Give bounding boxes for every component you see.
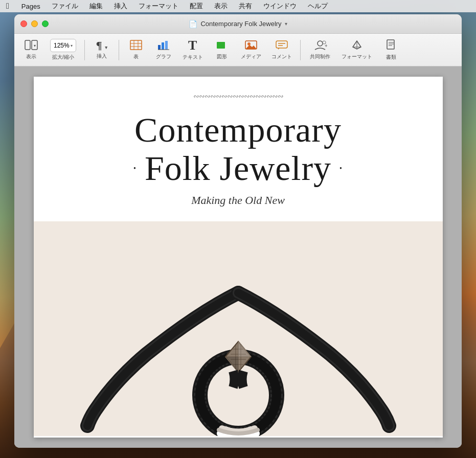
media-label: メディア	[241, 53, 261, 60]
svg-rect-16	[276, 41, 287, 48]
title-line1: Contemporary	[133, 111, 343, 149]
zoom-chevron-icon: ▾	[71, 43, 73, 48]
separator-3	[300, 40, 301, 60]
text-button[interactable]: T テキスト	[178, 37, 207, 63]
comment-button[interactable]: コメント	[267, 38, 296, 62]
svg-rect-8	[158, 45, 161, 50]
menu-bar:  Pages ファイル 編集 挿入 フォーマット 配置 表示 共有 ウインドウ…	[0, 0, 476, 12]
minimize-button[interactable]	[31, 20, 38, 27]
svg-rect-12	[217, 42, 225, 49]
zoom-value: 125%	[54, 42, 70, 49]
table-icon	[130, 40, 142, 52]
svg-rect-10	[165, 41, 168, 50]
view-icon: ▾	[25, 40, 38, 52]
doctype-icon	[386, 39, 397, 52]
menu-insert[interactable]: 挿入	[113, 2, 128, 11]
zoom-dropdown[interactable]: 125% ▾	[50, 39, 76, 52]
title-left-bullet: •	[133, 165, 137, 172]
maximize-button[interactable]	[42, 20, 49, 27]
document-content: ∾∾∾∾∾∾∾∾∾∾∾∾∾∾∾∾ Contemporary • Folk Jew…	[34, 77, 443, 221]
shape-icon	[216, 40, 228, 52]
svg-point-14	[247, 42, 251, 45]
paragraph-button[interactable]: ¶ ▾ 挿入	[89, 38, 115, 62]
zoom-button[interactable]: 125% ▾ 拡大/縮小	[46, 37, 80, 63]
separator-2	[119, 40, 119, 60]
menu-window[interactable]: ウインドウ	[262, 2, 298, 11]
media-icon	[245, 40, 257, 52]
text-icon: T	[188, 39, 197, 52]
title-bar: 📄 Contemporary Folk Jewelry ▾	[14, 14, 462, 34]
pages-window: 📄 Contemporary Folk Jewelry ▾ ▾ 表示 125% …	[14, 14, 462, 448]
svg-marker-19	[278, 48, 280, 50]
apple-menu[interactable]: 	[6, 2, 9, 11]
comment-label: コメント	[271, 53, 292, 60]
paragraph-icon: ¶ ▾	[96, 40, 107, 51]
window-title-area: 📄 Contemporary Folk Jewelry ▾	[189, 20, 287, 28]
svg-marker-15	[245, 45, 257, 49]
collab-icon: +	[313, 40, 327, 52]
chart-button[interactable]: グラフ	[151, 38, 176, 62]
table-button[interactable]: 表	[123, 38, 149, 62]
window-title: Contemporary Folk Jewelry	[200, 20, 281, 28]
menu-pages[interactable]: Pages	[20, 3, 41, 10]
chart-label: グラフ	[156, 53, 171, 60]
chart-icon	[157, 40, 170, 52]
svg-rect-9	[162, 42, 164, 50]
shape-label: 図形	[217, 53, 227, 60]
title-chevron-icon[interactable]: ▾	[285, 21, 287, 27]
format-icon	[351, 40, 363, 52]
close-button[interactable]	[20, 20, 27, 27]
menu-share[interactable]: 共有	[238, 2, 253, 11]
menu-format[interactable]: フォーマット	[138, 2, 179, 11]
doctype-label: 書類	[386, 54, 396, 61]
paragraph-label: 挿入	[97, 53, 107, 60]
window-controls	[20, 20, 49, 27]
table-label: 表	[133, 53, 139, 60]
document-subtitle: Making the Old New	[191, 194, 285, 207]
svg-rect-25	[387, 40, 394, 49]
collab-button[interactable]: + 共同制作	[305, 38, 335, 62]
separator-1	[84, 40, 85, 60]
menu-view[interactable]: 表示	[213, 2, 229, 11]
format-button[interactable]: フォーマット	[337, 38, 376, 62]
doctype-button[interactable]: 書類	[378, 37, 404, 63]
document-icon: 📄	[189, 20, 197, 28]
svg-text:+: +	[325, 43, 327, 49]
view-button[interactable]: ▾ 表示	[18, 38, 44, 62]
collab-label: 共同制作	[310, 53, 330, 60]
zoom-label: 拡大/縮小	[52, 54, 74, 61]
svg-rect-3	[130, 40, 142, 50]
document-page: ∾∾∾∾∾∾∾∾∾∾∾∾∾∾∾∾ Contemporary • Folk Jew…	[34, 77, 443, 438]
view-label: 表示	[26, 53, 36, 60]
toolbar: ▾ 表示 125% ▾ 拡大/縮小 ¶ ▾ 挿入	[14, 34, 462, 66]
menu-edit[interactable]: 編集	[88, 2, 104, 11]
format-label: フォーマット	[342, 53, 372, 60]
media-button[interactable]: メディア	[237, 38, 265, 62]
jewelry-svg	[34, 221, 443, 436]
title-right-bullet: •	[339, 165, 343, 172]
menu-arrange[interactable]: 配置	[189, 2, 204, 11]
document-area: ∾∾∾∾∾∾∾∾∾∾∾∾∾∾∾∾ Contemporary • Folk Jew…	[14, 66, 462, 448]
svg-point-20	[318, 41, 323, 46]
decoration-border: ∾∾∾∾∾∾∾∾∾∾∾∾∾∾∾∾	[193, 92, 283, 101]
comment-icon	[276, 40, 288, 52]
title-main-text: Folk Jewelry	[145, 149, 331, 188]
jewelry-image	[34, 221, 443, 436]
document-title: Contemporary • Folk Jewelry •	[133, 111, 343, 188]
text-label: テキスト	[183, 54, 203, 61]
title-line2: • Folk Jewelry •	[133, 149, 343, 188]
svg-text:▾: ▾	[34, 43, 36, 48]
svg-rect-0	[25, 40, 30, 50]
shape-button[interactable]: 図形	[209, 38, 235, 62]
menu-help[interactable]: ヘルプ	[307, 2, 329, 11]
menu-file[interactable]: ファイル	[51, 2, 79, 11]
